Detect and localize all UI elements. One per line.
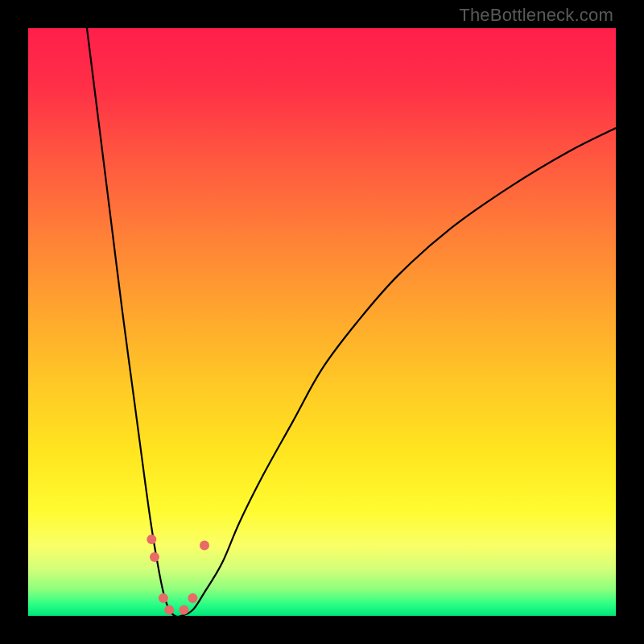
curve-markers [147,535,209,615]
curve-marker [150,552,159,562]
bottleneck-curve [87,28,616,616]
curve-marker [159,593,168,603]
curve-marker [188,593,197,603]
curve-marker [179,605,188,615]
curve-marker [200,540,209,550]
curve-marker [147,535,156,544]
curve-marker [164,605,174,615]
watermark-text: TheBottleneck.com [459,5,613,26]
curve-layer [28,28,616,616]
chart-frame: TheBottleneck.com [0,0,644,644]
plot-area [28,28,616,616]
